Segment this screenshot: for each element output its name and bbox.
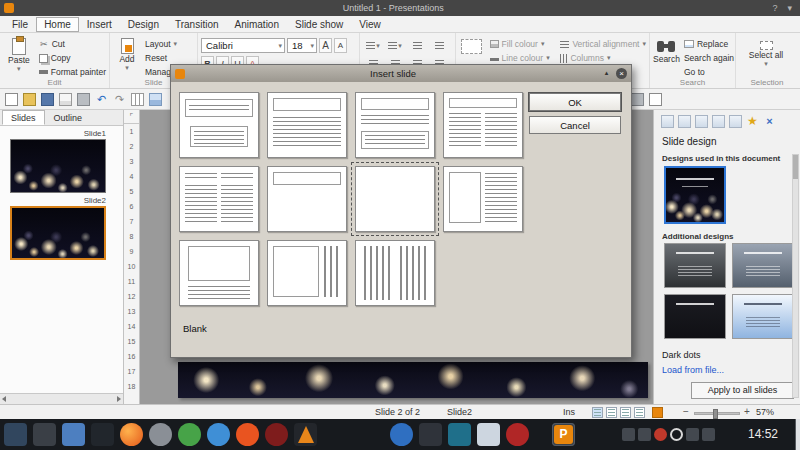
update-icon[interactable]: [670, 428, 683, 441]
normal-view-icon[interactable]: [592, 407, 603, 418]
network-icon[interactable]: [686, 428, 699, 441]
redo-icon[interactable]: ↷: [113, 93, 126, 106]
replace-button[interactable]: Replace: [684, 38, 734, 50]
dialog-titlebar[interactable]: Insert slide ▴ ×: [171, 65, 631, 82]
layout-thumb-title-slide[interactable]: [179, 92, 259, 158]
zoom-tool-icon[interactable]: [631, 93, 644, 106]
clock[interactable]: 14:52: [748, 427, 778, 441]
columns-button[interactable]: Columns▾: [560, 52, 646, 64]
notes-view-icon[interactable]: [634, 407, 645, 418]
layout-thumb-title-only[interactable]: [267, 166, 347, 232]
menu-transition[interactable]: Transition: [167, 17, 227, 32]
favorites-star-icon[interactable]: ★: [746, 115, 759, 128]
zoom-slider[interactable]: [694, 412, 740, 415]
window-menu-icon[interactable]: ▾: [787, 3, 792, 13]
green-app-icon[interactable]: [178, 423, 201, 446]
volume-icon[interactable]: [702, 428, 715, 441]
presentations-app-icon[interactable]: P: [552, 423, 575, 446]
layout-thumb-title-text-box[interactable]: [355, 92, 435, 158]
email-icon[interactable]: [59, 93, 72, 106]
tray-icon-2[interactable]: [638, 428, 651, 441]
select-all-button[interactable]: Select all ▾: [739, 39, 793, 68]
search-again-button[interactable]: Search again: [684, 52, 734, 64]
sidebar-tool-icon-4[interactable]: [712, 115, 725, 128]
tray-icon-1[interactable]: [622, 428, 635, 441]
menu-home[interactable]: Home: [36, 17, 79, 32]
red-app-icon[interactable]: [265, 423, 288, 446]
layout-thumb-two-columns[interactable]: [443, 92, 523, 158]
reset-button[interactable]: Reset: [145, 52, 182, 64]
font-family-select[interactable]: Calibri▾: [201, 38, 285, 53]
layout-button[interactable]: Layout▾: [145, 38, 182, 50]
system-settings-icon[interactable]: [33, 423, 56, 446]
font-size-select[interactable]: 18▾: [287, 38, 317, 53]
dark-app-icon[interactable]: [419, 423, 442, 446]
tab-slides[interactable]: Slides: [2, 110, 45, 125]
edit-mode-icon[interactable]: [652, 407, 663, 418]
slide2-thumbnail[interactable]: [10, 206, 106, 260]
cancel-button[interactable]: Cancel: [529, 116, 621, 134]
cut-button[interactable]: ✂Cut: [39, 38, 106, 50]
dialog-shade-icon[interactable]: ▴: [601, 68, 612, 79]
zoom-slider-thumb[interactable]: [713, 409, 718, 419]
ruler-origin-icon[interactable]: ⌜: [124, 110, 139, 124]
window-titlebar[interactable]: Untitled 1 - Presentations ? ▾: [0, 0, 800, 16]
scroll-right-icon[interactable]: [117, 396, 121, 402]
indent-decrease-button[interactable]: [407, 39, 427, 52]
scroll-left-icon[interactable]: [2, 396, 6, 402]
fill-colour-button[interactable]: Fill colour▾: [490, 38, 557, 50]
design-thumbnail-1[interactable]: [664, 243, 726, 288]
layout-thumb-content-vertical-text[interactable]: [267, 240, 347, 306]
office-app-icon[interactable]: [477, 423, 500, 446]
sidebar-close-icon[interactable]: ×: [763, 115, 776, 128]
placeholder-icon[interactable]: [461, 39, 482, 54]
layout-thumb-two-columns-headers[interactable]: [179, 166, 259, 232]
window-tool-icon[interactable]: [649, 93, 662, 106]
dialog-close-icon[interactable]: ×: [616, 68, 627, 79]
shrink-font-button[interactable]: A: [334, 38, 347, 53]
print-icon[interactable]: [77, 93, 90, 106]
layout-thumb-content-caption[interactable]: [179, 240, 259, 306]
insert-table-icon[interactable]: [131, 93, 144, 106]
sidebar-tool-icon-2[interactable]: [678, 115, 691, 128]
terminal-icon[interactable]: [91, 423, 114, 446]
paste-button[interactable]: Paste ▾: [3, 36, 35, 73]
menu-slideshow[interactable]: Slide show: [287, 17, 351, 32]
red2-app-icon[interactable]: [506, 423, 529, 446]
ok-button[interactable]: OK: [529, 93, 621, 111]
design-thumbnail-4[interactable]: [732, 294, 794, 339]
app-launcher-icon[interactable]: [4, 423, 27, 446]
menu-design[interactable]: Design: [120, 17, 167, 32]
panel-horizontal-scrollbar[interactable]: [0, 393, 123, 404]
k-app-icon[interactable]: [390, 423, 413, 446]
open-file-icon[interactable]: [23, 93, 36, 106]
vertical-alignment-button[interactable]: Vertical alignment▾: [560, 38, 646, 50]
numbered-list-button[interactable]: ▾: [385, 39, 405, 52]
bullet-list-button[interactable]: ▾: [363, 39, 383, 52]
new-document-icon[interactable]: [5, 93, 18, 106]
slide-sorter-view-icon[interactable]: [620, 407, 631, 418]
firefox-icon[interactable]: [120, 423, 143, 446]
format-painter-button[interactable]: Format painter: [39, 66, 106, 78]
sidebar-tool-icon-3[interactable]: [695, 115, 708, 128]
show-desktop-button[interactable]: [795, 419, 800, 450]
sidebar-tool-icon-1[interactable]: [661, 115, 674, 128]
layout-thumb-vertical-text[interactable]: [355, 240, 435, 306]
menu-view[interactable]: View: [351, 17, 389, 32]
indent-increase-button[interactable]: [429, 39, 449, 52]
sidebar-tool-icon-5[interactable]: [729, 115, 742, 128]
vlc-icon[interactable]: [294, 423, 317, 446]
ubuntu-app-icon[interactable]: [236, 423, 259, 446]
help-icon[interactable]: ?: [772, 3, 777, 13]
copy-button[interactable]: Copy: [39, 52, 106, 64]
save-icon[interactable]: [41, 93, 54, 106]
grow-font-button[interactable]: A: [319, 38, 332, 53]
slide-visible-area[interactable]: [178, 362, 648, 398]
search-button[interactable]: Search: [653, 36, 680, 64]
line-colour-button[interactable]: Line colour▾: [490, 52, 557, 64]
teal-app-icon[interactable]: [448, 423, 471, 446]
file-manager-icon[interactable]: [62, 423, 85, 446]
add-slide-button[interactable]: Add ▾: [113, 36, 141, 72]
goto-button[interactable]: Go to: [684, 66, 734, 78]
insert-mode-indicator[interactable]: Ins: [563, 407, 575, 417]
